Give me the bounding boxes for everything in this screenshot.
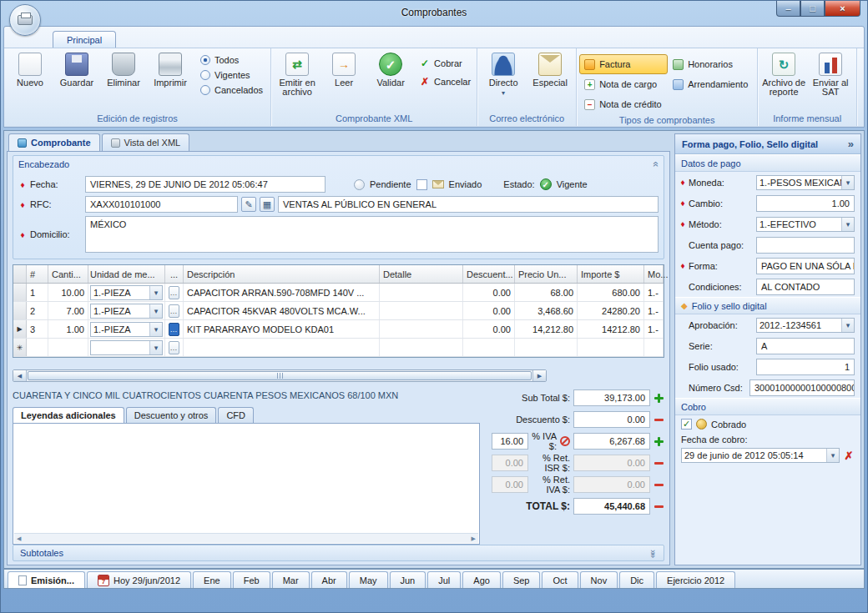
subtotales-bar[interactable]: Subtotales »» xyxy=(13,545,664,561)
maximize-button[interactable]: □ xyxy=(800,1,825,17)
leer-button[interactable]: → Leer xyxy=(320,49,367,113)
add-icon[interactable] xyxy=(654,393,664,404)
col-dots[interactable]: ... xyxy=(165,265,184,283)
detail-button[interactable]: … xyxy=(169,286,179,299)
col-precio[interactable]: Precio Un... xyxy=(515,265,578,283)
tipo-nota-cargo[interactable]: + Nota de cargo xyxy=(579,74,668,94)
col-cantidad[interactable]: Canti... xyxy=(48,265,88,283)
iva-rate-input[interactable]: 16.00 xyxy=(492,433,528,450)
dropdown-icon[interactable] xyxy=(149,304,162,318)
cuenta-input[interactable] xyxy=(756,237,855,254)
grid-horizontal-scrollbar[interactable]: ◀ ▶ xyxy=(13,369,547,382)
cobrar-button[interactable]: ✓ Cobrar xyxy=(419,58,471,69)
dropdown-icon[interactable] xyxy=(841,176,854,189)
descuento-value[interactable]: 0.00 xyxy=(573,411,650,428)
imprimir-button[interactable]: Imprimir xyxy=(147,49,194,113)
cell-moneda[interactable]: 1.- xyxy=(644,320,664,338)
section-cobro[interactable]: Cobro xyxy=(675,398,860,415)
app-icon[interactable] xyxy=(9,4,41,36)
subtract-icon[interactable] xyxy=(654,415,664,425)
client-list-button[interactable]: ▦ xyxy=(260,197,275,212)
dropdown-icon[interactable] xyxy=(841,319,854,332)
dropdown-icon[interactable] xyxy=(149,323,162,336)
unidad-combo[interactable]: 1.-PIEZA xyxy=(90,285,163,300)
textarea-scrollbar[interactable]: ◀▶ xyxy=(14,533,478,543)
cliente-input[interactable]: VENTAS AL PÚBLICO EN GENERAL xyxy=(278,196,659,213)
tipo-nota-credito[interactable]: − Nota de crédito xyxy=(579,94,668,114)
radio-cancelados[interactable]: Cancelados xyxy=(200,85,263,95)
aprobacion-combo[interactable]: 2012.-1234561 xyxy=(756,318,855,333)
archivo-reporte-button[interactable]: ↻ Archivo de reporte xyxy=(760,49,807,113)
cell-precio[interactable]: 68.00 xyxy=(515,284,578,301)
edit-client-button[interactable]: ✎ xyxy=(241,197,256,212)
cell-cantidad[interactable] xyxy=(48,339,88,356)
dropdown-icon[interactable] xyxy=(149,286,162,299)
add-icon[interactable] xyxy=(654,436,664,447)
detail-button[interactable]: … xyxy=(169,341,179,354)
tab-month-feb[interactable]: Feb xyxy=(233,571,270,588)
cancelar-button[interactable]: ✗ Cancelar xyxy=(419,76,471,88)
cell-moneda[interactable]: 1.- xyxy=(644,302,664,319)
scroll-right-icon[interactable]: ▶ xyxy=(532,370,546,381)
table-row[interactable]: 2 7.00 1.-PIEZA … CAPACITOR 45KVAR 480VO… xyxy=(13,302,664,320)
tab-month-ago[interactable]: Ago xyxy=(462,571,501,588)
cell-descripcion[interactable]: KIT PARARRAYO MODELO KDA01 xyxy=(184,320,380,338)
tab-month-oct[interactable]: Oct xyxy=(542,571,578,588)
ribbon-tab-principal[interactable]: Principal xyxy=(53,31,116,48)
cell-importe[interactable]: 680.00 xyxy=(578,284,644,301)
cell-descuento[interactable]: 0.00 xyxy=(463,320,515,338)
col-detalle[interactable]: Detalle xyxy=(380,265,463,283)
fecha-input[interactable]: VIERNES, 29 DE JUNIO DE 2012 05:06:47 xyxy=(85,176,326,193)
metodo-combo[interactable]: 1.-EFECTIVO xyxy=(756,217,855,232)
cell-detalle[interactable] xyxy=(380,284,463,301)
cell-precio[interactable] xyxy=(515,339,578,356)
validar-button[interactable]: ✓ Validar xyxy=(367,49,414,113)
no-tax-icon[interactable] xyxy=(560,436,570,446)
cell-detalle[interactable] xyxy=(380,302,463,319)
cell-cantidad[interactable]: 7.00 xyxy=(48,302,88,319)
collapse-encabezado-icon[interactable]: » xyxy=(650,162,662,168)
serie-input[interactable]: A xyxy=(756,338,855,354)
table-row-new[interactable]: … xyxy=(13,339,664,357)
section-folio-sello[interactable]: ◆ Folio y sello digital xyxy=(675,297,860,314)
tab-month-nov[interactable]: Nov xyxy=(580,571,618,588)
rfc-input[interactable]: XAXX010101000 xyxy=(85,196,238,213)
fecha-cobro-combo[interactable]: 29 de junio de 2012 05:05:14 xyxy=(681,448,840,463)
cell-importe[interactable] xyxy=(578,339,644,356)
dropdown-icon[interactable] xyxy=(826,449,839,462)
guardar-button[interactable]: Guardar xyxy=(53,49,100,113)
unidad-combo[interactable]: 1.-PIEZA xyxy=(90,304,163,319)
table-row[interactable]: 1 10.00 1.-PIEZA … CAPACITOR ARRAN.590-7… xyxy=(13,284,664,302)
scrollbar-thumb[interactable] xyxy=(28,371,532,380)
numero-csd-input[interactable]: 30001000000100000800 xyxy=(749,379,855,396)
table-row-current[interactable]: 3 1.00 1.-PIEZA … KIT PARARRAYO MODELO K… xyxy=(13,320,664,339)
cambio-input[interactable]: 1.00 xyxy=(756,195,855,212)
cell-detalle[interactable] xyxy=(380,320,463,338)
tab-month-jul[interactable]: Jul xyxy=(427,571,461,588)
detail-button[interactable]: … xyxy=(169,304,179,318)
tab-leyendas-adicionales[interactable]: Leyendas adicionales xyxy=(13,407,124,423)
col-unidad[interactable]: Unidad de me... xyxy=(88,265,165,283)
enviado-checkbox[interactable] xyxy=(416,179,427,190)
section-datos-pago[interactable]: Datos de pago xyxy=(675,154,860,172)
col-importe[interactable]: Importe $ xyxy=(578,265,644,283)
total-value[interactable]: 45,440.68 xyxy=(573,498,650,515)
col-moneda[interactable]: Mo... xyxy=(644,265,664,283)
tab-descuento-otros[interactable]: Descuento y otros xyxy=(126,407,217,423)
cell-descuento[interactable]: 0.00 xyxy=(463,284,515,301)
close-button[interactable]: × xyxy=(825,1,860,17)
ret-isr-rate-input[interactable]: 0.00 xyxy=(492,455,528,471)
tab-vista-xml[interactable]: Vista del XML xyxy=(102,133,190,151)
col-num[interactable]: # xyxy=(27,265,48,283)
radio-vigentes[interactable]: Vigentes xyxy=(200,70,263,80)
nuevo-button[interactable]: Nuevo xyxy=(7,49,53,113)
eliminar-button[interactable]: Eliminar xyxy=(100,49,147,113)
tipo-arrendamiento[interactable]: Arrendamiento xyxy=(668,74,754,94)
cell-cantidad[interactable]: 10.00 xyxy=(48,284,88,301)
cell-num[interactable]: 2 xyxy=(27,302,48,319)
cell-importe[interactable]: 24280.20 xyxy=(578,302,644,319)
cell-moneda[interactable] xyxy=(644,339,664,356)
clear-date-icon[interactable]: ✗ xyxy=(843,450,855,462)
cell-num[interactable]: 1 xyxy=(27,284,48,301)
leyendas-textarea[interactable]: ◀▶ xyxy=(13,423,480,545)
